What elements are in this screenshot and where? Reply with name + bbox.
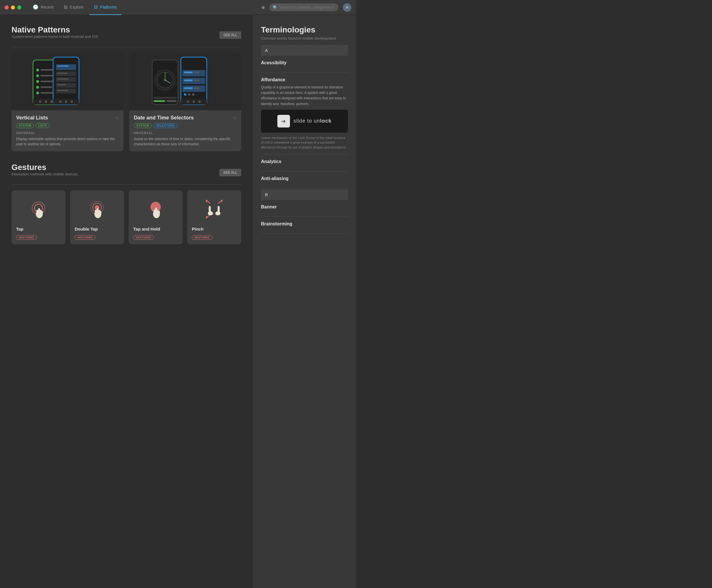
svg-point-7 <box>36 86 39 89</box>
term-brainstorming[interactable]: Brainstorming <box>261 217 348 234</box>
native-patterns-subtitle: System-level patterns found in both Andr… <box>12 35 98 39</box>
svg-rect-76 <box>159 211 160 214</box>
term-anti-aliasing[interactable]: Anti-aliasing <box>261 171 348 188</box>
vertical-lists-title: Vertical Lists <box>16 115 119 121</box>
svg-rect-47 <box>184 87 193 89</box>
native-patterns-header: Native Patterns System-level patterns fo… <box>12 25 241 44</box>
pinch-tag: GESTURES <box>192 235 212 240</box>
search-wrapper: 🔍 <box>269 3 338 11</box>
traffic-lights <box>5 5 21 9</box>
svg-rect-68 <box>95 210 97 214</box>
tap-hold-title: Tap and Hold <box>133 227 178 231</box>
svg-rect-36 <box>153 97 176 99</box>
date-time-preview <box>129 53 241 110</box>
svg-rect-4 <box>41 75 54 76</box>
svg-rect-16 <box>56 64 76 70</box>
avatar[interactable]: A <box>343 3 351 12</box>
svg-rect-45 <box>184 80 193 81</box>
date-time-title: Date and Time Selectors <box>134 115 236 121</box>
gestures-see-all[interactable]: SEE ALL <box>219 169 241 176</box>
terminologies-title: Terminologies <box>261 25 348 35</box>
svg-point-50 <box>188 93 190 96</box>
svg-rect-21 <box>57 65 69 67</box>
tab-explore-label: Explore <box>70 5 83 9</box>
traffic-light-close[interactable] <box>5 5 8 9</box>
traffic-light-maximize[interactable] <box>17 5 21 9</box>
svg-point-88 <box>215 211 221 215</box>
term-banner[interactable]: Banner <box>261 200 348 217</box>
slide-unlock: ➜ slide to unlock <box>273 115 336 127</box>
tab-platforms[interactable]: ⊟ Platforms <box>89 0 122 15</box>
vertical-lists-star[interactable]: ☆ <box>115 115 119 120</box>
gesture-pinch-card[interactable]: Pinch GESTURES <box>187 190 241 244</box>
double-tap-title: Double Tap <box>75 227 120 231</box>
favorites-button[interactable]: ★ <box>258 2 268 13</box>
svg-point-5 <box>36 80 39 83</box>
svg-rect-60 <box>37 210 38 214</box>
explore-icon: ⊞ <box>64 4 67 10</box>
date-time-tag-system: SYSTEM <box>134 123 152 128</box>
pattern-cards-grid: ☆ Vertical Lists SYSTEM LISTS UNIVERSAL … <box>12 53 241 151</box>
platforms-icon: ⊟ <box>94 4 98 10</box>
vertical-lists-illustration <box>30 54 105 109</box>
svg-point-3 <box>36 75 39 77</box>
pinch-gesture-icon <box>204 199 224 219</box>
date-time-star[interactable]: ☆ <box>233 115 236 120</box>
svg-rect-46 <box>194 80 200 81</box>
traffic-light-minimize[interactable] <box>11 5 15 9</box>
svg-rect-8 <box>41 86 52 88</box>
tab-recent[interactable]: 🕐 Recent <box>28 0 58 15</box>
titlebar: 🕐 Recent ⊞ Explore ⊟ Platforms ★ 🔍 A <box>0 0 356 15</box>
svg-rect-69 <box>99 210 100 214</box>
svg-point-29 <box>71 101 73 103</box>
search-icon: 🔍 <box>273 5 278 10</box>
svg-rect-37 <box>153 100 165 102</box>
term-brainstorming-name: Brainstorming <box>261 222 348 227</box>
svg-rect-48 <box>194 87 200 89</box>
vertical-lists-card[interactable]: ☆ Vertical Lists SYSTEM LISTS UNIVERSAL … <box>12 53 123 151</box>
term-analytics[interactable]: Analytics <box>261 154 348 171</box>
gesture-tap-hold-card[interactable]: Tap and Hold GESTURES <box>129 190 183 244</box>
date-time-card[interactable]: ☆ Date and Time Selectors SYSTEM SELECTO… <box>129 53 241 151</box>
date-time-tags: SYSTEM SELECTORS <box>134 123 236 128</box>
tab-explore[interactable]: ⊞ Explore <box>59 0 88 15</box>
terminologies-subtitle: Common words found in mobile development <box>261 36 348 41</box>
svg-point-9 <box>36 91 39 94</box>
native-patterns-see-all[interactable]: SEE ALL <box>219 31 241 39</box>
svg-point-49 <box>184 93 186 96</box>
alpha-section-a: A <box>261 45 348 56</box>
gestures-header: Gestures Interaction methods with mobile… <box>12 163 241 182</box>
term-accessibility-name: Acessibility <box>261 60 348 65</box>
search-input[interactable] <box>269 3 338 11</box>
svg-rect-44 <box>194 71 200 73</box>
svg-rect-61 <box>40 210 41 214</box>
gesture-tap-card[interactable]: Tap GESTURES <box>12 190 65 244</box>
date-time-tag-selectors: SELECTORS <box>153 123 177 128</box>
svg-point-53 <box>187 101 189 103</box>
vertical-lists-desc: Display selectable options that promote … <box>16 136 119 147</box>
right-sidebar: Terminologies Common words found in mobi… <box>253 15 356 588</box>
double-tap-icon-area <box>75 196 120 222</box>
term-affordance-desc: Quality of a graphical element to transm… <box>261 85 348 107</box>
affordance-image: ➜ slide to unlock <box>261 110 348 133</box>
svg-rect-25 <box>57 90 68 91</box>
tab-platforms-label: Platforms <box>100 5 117 9</box>
svg-rect-22 <box>57 72 67 74</box>
gesture-double-tap-card[interactable]: Double Tap GESTURES <box>70 190 124 244</box>
date-time-desc: Assist on the selection of time or dates… <box>134 136 236 147</box>
svg-rect-70 <box>100 211 101 214</box>
vertical-lists-tags: SYSTEM LISTS <box>16 123 119 128</box>
term-accessibility[interactable]: Acessibility <box>261 56 348 72</box>
double-tap-tag: GESTURES <box>75 235 95 240</box>
gestures-subtitle: Interaction methods with mobile devices <box>12 172 78 176</box>
svg-point-28 <box>65 101 67 103</box>
term-anti-aliasing-name: Anti-aliasing <box>261 176 348 181</box>
date-time-category: UNIVERSAL <box>134 131 236 135</box>
alpha-section-b: B <box>261 189 348 200</box>
svg-point-84 <box>209 206 211 208</box>
term-affordance[interactable]: Affordance Quality of a graphical elemen… <box>261 72 348 154</box>
native-patterns-title: Native Patterns <box>12 25 98 35</box>
svg-rect-62 <box>42 211 43 214</box>
affordance-image-caption: Unlock mechanism on the Lock Screen of t… <box>261 135 348 150</box>
svg-point-51 <box>192 93 194 96</box>
